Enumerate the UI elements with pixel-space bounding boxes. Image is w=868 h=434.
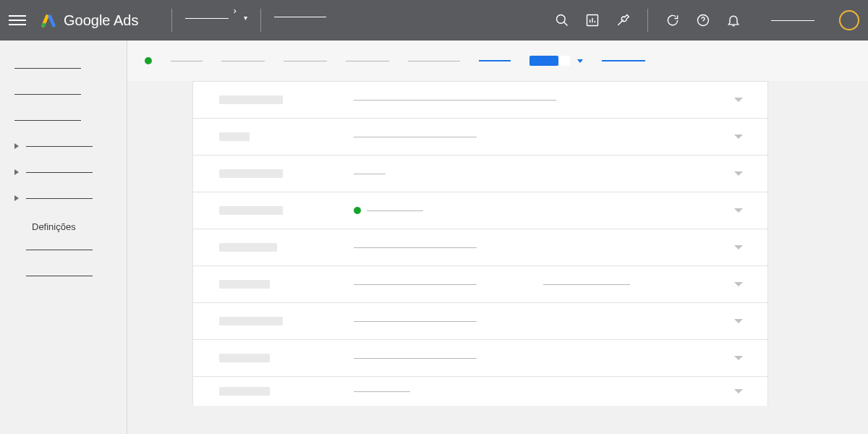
settings-row-label [219, 243, 277, 252]
breadcrumb-item[interactable] [346, 61, 389, 61]
settings-row-value [354, 358, 477, 359]
bell-icon[interactable] [726, 13, 741, 27]
breadcrumb-item[interactable] [171, 61, 203, 61]
chevron-down-icon [734, 171, 743, 176]
svg-point-1 [557, 15, 566, 24]
divider [171, 9, 172, 32]
help-icon[interactable] [696, 13, 710, 27]
wrench-icon[interactable] [616, 13, 630, 27]
chevron-right-icon: › [233, 5, 236, 16]
settings-row-value-secondary [543, 284, 630, 285]
avatar[interactable] [839, 10, 859, 30]
sidebar-item-settings[interactable]: Definições [14, 211, 112, 237]
chevron-down-icon [734, 389, 743, 393]
settings-row-label [219, 280, 270, 289]
settings-row[interactable] [193, 266, 767, 303]
settings-row[interactable] [193, 119, 767, 156]
chevron-down-icon[interactable] [577, 59, 583, 63]
breadcrumb-item-active[interactable] [479, 60, 511, 61]
settings-row[interactable] [193, 156, 767, 192]
bar-chart-icon[interactable] [585, 13, 600, 27]
search-icon[interactable] [555, 13, 569, 27]
header-toolbar [555, 9, 859, 32]
filter-pill[interactable] [529, 56, 570, 66]
google-ads-logo-icon [41, 12, 56, 28]
settings-row-label [219, 317, 283, 326]
settings-row-value [354, 100, 556, 101]
settings-row-value [354, 174, 386, 174]
breadcrumb-item[interactable] [408, 61, 460, 61]
svg-point-0 [42, 23, 46, 27]
divider [647, 9, 648, 32]
sidebar-item[interactable] [14, 133, 112, 159]
sidebar-item[interactable] [14, 81, 112, 107]
breadcrumb-item[interactable] [221, 61, 265, 61]
settings-row-label [219, 387, 270, 396]
svg-line-2 [564, 22, 568, 26]
settings-row-value [354, 137, 477, 137]
chevron-down-icon: ▾ [244, 14, 247, 22]
settings-panel [192, 81, 768, 406]
settings-row-value [354, 321, 477, 322]
left-sidebar: Definições [0, 41, 127, 434]
settings-row-label [219, 95, 283, 104]
settings-row[interactable] [193, 303, 767, 340]
chevron-down-icon [734, 356, 743, 360]
settings-row-value [367, 210, 423, 211]
chevron-right-icon [14, 195, 19, 201]
settings-row[interactable] [193, 229, 767, 266]
refresh-icon[interactable] [665, 13, 680, 27]
chevron-down-icon [734, 135, 743, 139]
app-header: Google Ads › ▾ [0, 0, 868, 41]
chevron-right-icon [14, 169, 19, 175]
chevron-down-icon [734, 319, 743, 323]
sidebar-item[interactable] [14, 107, 112, 133]
chevron-down-icon [734, 282, 743, 286]
settings-row-value [354, 284, 477, 285]
status-enabled-icon [354, 207, 361, 214]
account-selector[interactable]: › ▾ [185, 15, 247, 26]
breadcrumb-tab-bar [127, 41, 868, 81]
main-content [127, 41, 868, 434]
settings-row-label [219, 132, 250, 141]
hamburger-icon[interactable] [9, 15, 26, 25]
settings-row[interactable] [193, 192, 767, 229]
account-name-placeholder [771, 20, 814, 21]
breadcrumb-link[interactable] [602, 60, 645, 61]
sidebar-item[interactable] [14, 55, 112, 81]
chevron-down-icon [734, 245, 743, 250]
product-logo[interactable]: Google Ads [41, 12, 138, 29]
settings-row[interactable] [193, 340, 767, 377]
settings-row-value [354, 391, 410, 392]
sidebar-item[interactable] [14, 185, 112, 211]
settings-row-label [219, 206, 283, 215]
divider [260, 9, 261, 32]
settings-row-label [219, 169, 283, 178]
breadcrumb-item[interactable] [284, 61, 327, 61]
sidebar-item[interactable] [14, 159, 112, 185]
product-name: Google Ads [64, 12, 138, 29]
chevron-down-icon [734, 98, 743, 102]
campaign-selector[interactable] [274, 17, 326, 25]
status-enabled-icon [145, 57, 152, 64]
settings-row-value [354, 247, 477, 248]
settings-row[interactable] [193, 377, 767, 406]
sidebar-item[interactable] [14, 237, 112, 263]
settings-row-label [219, 354, 270, 362]
chevron-right-icon [14, 143, 19, 149]
chevron-down-icon [734, 208, 743, 213]
settings-row[interactable] [193, 82, 767, 119]
sidebar-item[interactable] [14, 263, 112, 289]
